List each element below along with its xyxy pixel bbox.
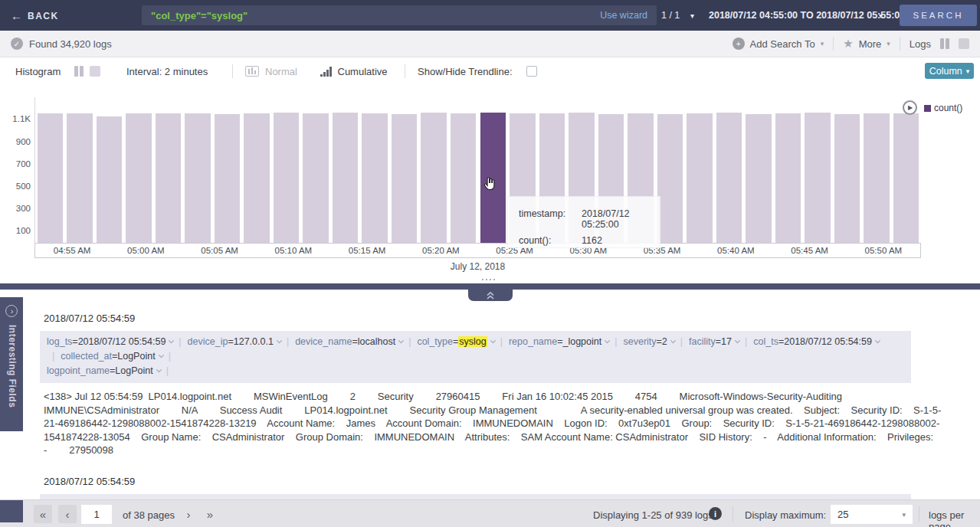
chevron-down-icon[interactable]: [398, 338, 404, 343]
log-field-tag[interactable]: collected_at=LogPoint: [61, 351, 162, 362]
field-key[interactable]: collected_at: [61, 351, 112, 362]
histogram-bar[interactable]: [746, 114, 772, 243]
histogram-bar[interactable]: [716, 113, 742, 243]
log-field-tag[interactable]: facility=17: [689, 336, 739, 347]
normal-mode-button[interactable]: Normal: [245, 57, 297, 85]
next-page-button[interactable]: ›: [179, 505, 198, 523]
histogram-bar[interactable]: [451, 113, 477, 243]
field-key[interactable]: facility: [689, 336, 716, 347]
add-search-to-button[interactable]: + Add Search To ▾: [733, 38, 824, 50]
section-divider-bar[interactable]: [0, 283, 980, 290]
display-maximum-select[interactable]: 25 ▾: [831, 505, 913, 524]
log-field-tag[interactable]: device_ip=127.0.0.1: [188, 336, 281, 347]
play-circle-icon[interactable]: ▶: [903, 100, 917, 115]
field-value[interactable]: =localhost: [352, 336, 395, 347]
field-value[interactable]: =2018/07/12 05:54:59: [778, 336, 872, 347]
histogram-bar[interactable]: [893, 113, 919, 243]
chevron-down-icon[interactable]: [169, 338, 174, 343]
log-field-tag[interactable]: device_name=localhost: [295, 336, 403, 347]
log-field-tag[interactable]: logpoint_name=LogPoint: [47, 365, 161, 376]
histogram-bar[interactable]: [687, 113, 713, 244]
page-number-input[interactable]: [81, 505, 112, 524]
histogram-bar[interactable]: [156, 113, 182, 243]
interesting-fields-panel-toggle[interactable]: › Interesting Fields: [0, 297, 23, 431]
field-key[interactable]: col_type: [417, 336, 453, 347]
field-value[interactable]: =2018/07/12 05:54:59: [72, 336, 166, 347]
result-pages-dropdown-icon[interactable]: ▾: [690, 11, 694, 20]
histogram-bar[interactable]: [274, 113, 300, 243]
cumulative-mode-button[interactable]: Cumulative: [320, 57, 388, 85]
chevron-down-icon[interactable]: [490, 338, 496, 343]
chevron-down-icon[interactable]: [277, 338, 282, 343]
field-value[interactable]: =_logpoint: [557, 336, 601, 347]
x-axis-strip: 04:55 AM05:00 AM05:05 AM05:10 AM05:15 AM…: [34, 243, 921, 258]
field-key[interactable]: logpoint_name: [47, 365, 110, 376]
histogram-bar[interactable]: [67, 113, 93, 244]
chevron-down-icon[interactable]: [875, 338, 880, 343]
histogram-bar[interactable]: [864, 113, 890, 243]
histogram-bars-view-icon[interactable]: [74, 66, 84, 77]
x-axis-label: 05:05 AM: [183, 244, 257, 257]
log-field-tag[interactable]: repo_name=_logpoint: [509, 336, 609, 347]
display-maximum-label: Display maximum:: [745, 509, 826, 521]
field-value[interactable]: =LogPoint: [112, 351, 156, 362]
histogram-bar[interactable]: [244, 113, 270, 244]
log-field-tag[interactable]: col_ts=2018/07/12 05:54:59: [753, 336, 880, 347]
field-value[interactable]: =2: [657, 336, 667, 347]
time-range-value[interactable]: 2018/07/12 04:55:00 TO 2018/07/12 05:55:…: [709, 10, 905, 21]
field-value[interactable]: =LogPoint: [110, 365, 153, 376]
field-key[interactable]: col_ts: [753, 336, 778, 347]
histogram-bar[interactable]: [97, 116, 123, 243]
prev-page-button[interactable]: ‹: [58, 505, 77, 523]
grid-view-toggle-icon[interactable]: [959, 38, 969, 49]
collapse-histogram-button[interactable]: [468, 290, 513, 301]
histogram-bar[interactable]: [215, 114, 241, 243]
histogram-bar[interactable]: [38, 113, 64, 243]
log-field-tag[interactable]: log_ts=2018/07/12 05:54:59: [47, 336, 173, 347]
trendline-checkbox[interactable]: [526, 66, 537, 77]
top-search-bar: ← BACK "col_type"="syslog" Use wizard 1 …: [0, 0, 980, 31]
chevron-down-icon[interactable]: [156, 367, 162, 372]
more-button[interactable]: ★ More ▾: [843, 37, 890, 51]
histogram-bar[interactable]: [303, 113, 329, 243]
histogram-bar[interactable]: [392, 114, 418, 243]
chevron-down-icon[interactable]: [735, 338, 740, 343]
field-key[interactable]: device_name: [295, 336, 352, 347]
histogram-bar[interactable]: [362, 113, 388, 243]
highlighted-field-value: syslog: [458, 336, 487, 347]
field-key[interactable]: log_ts: [47, 336, 72, 347]
field-key[interactable]: device_ip: [188, 336, 228, 347]
time-range-dropdown-icon[interactable]: ▾: [879, 11, 883, 20]
last-page-button[interactable]: »: [201, 505, 219, 523]
histogram-bar[interactable]: [421, 113, 447, 243]
search-query-input[interactable]: "col_type"="syslog" Use wizard: [142, 5, 657, 25]
log-message[interactable]: <138> Jul 12 05:54:59 LP014.logpoint.net…: [44, 390, 942, 457]
column-view-toggle-icon[interactable]: [940, 38, 949, 49]
first-page-button[interactable]: «: [34, 505, 52, 523]
search-query-text[interactable]: "col_type"="syslog": [151, 10, 600, 21]
chevron-down-icon[interactable]: [159, 352, 164, 358]
column-dropdown-button[interactable]: Column ▾: [925, 63, 974, 79]
field-value[interactable]: =17: [716, 336, 732, 347]
chevron-down-icon[interactable]: [670, 338, 676, 343]
histogram-heatmap-view-icon[interactable]: [90, 66, 100, 77]
log-field-tag[interactable]: severity=2: [623, 336, 674, 347]
histogram-bar[interactable]: [657, 114, 683, 243]
back-button[interactable]: ← BACK: [11, 9, 59, 22]
use-wizard-link[interactable]: Use wizard: [600, 10, 647, 21]
search-button[interactable]: SEARCH: [900, 5, 977, 26]
histogram-bar[interactable]: [775, 113, 801, 243]
field-value[interactable]: =syslog: [453, 336, 487, 347]
chevron-right-circle-icon: ›: [5, 305, 18, 317]
histogram-bar[interactable]: [834, 114, 860, 243]
histogram-bar[interactable]: [805, 113, 831, 243]
info-icon[interactable]: i: [709, 507, 722, 520]
histogram-bar[interactable]: [126, 113, 152, 243]
field-key[interactable]: severity: [623, 336, 656, 347]
histogram-bar[interactable]: [185, 113, 211, 243]
log-field-tag[interactable]: col_type=syslog: [417, 336, 494, 347]
chevron-down-icon[interactable]: [605, 338, 610, 343]
field-key[interactable]: repo_name: [509, 336, 557, 347]
field-value[interactable]: =127.0.0.1: [228, 336, 273, 347]
histogram-bar[interactable]: [333, 113, 359, 243]
